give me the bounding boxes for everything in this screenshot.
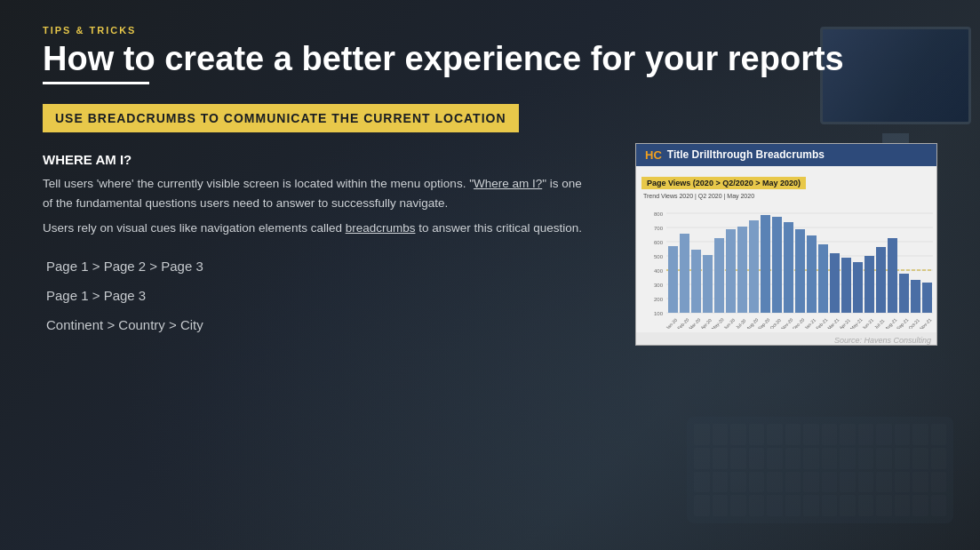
key — [840, 495, 856, 516]
chart-body: Page Views (2020 > Q2/2020 > May 2020) T… — [636, 166, 936, 332]
tips-label: TIPS & TRICKS — [43, 25, 937, 36]
key — [931, 448, 947, 469]
svg-text:700: 700 — [654, 226, 664, 231]
bar-22 — [911, 280, 920, 313]
key — [730, 495, 746, 516]
svg-text:100: 100 — [654, 311, 664, 316]
bar-11 — [784, 222, 793, 313]
key — [822, 495, 838, 516]
keyboard-body — [687, 417, 953, 523]
svg-text:Nov-21: Nov-21 — [919, 316, 933, 328]
chart-card-header: HC Title Drillthrough Breadcrumbs — [636, 144, 936, 166]
key — [749, 448, 765, 469]
key — [767, 424, 783, 445]
key — [749, 495, 765, 516]
bar-16 — [841, 258, 851, 313]
bar-18 — [864, 256, 874, 313]
breadcrumbs-link: breadcrumbs — [346, 221, 416, 235]
bar-20 — [888, 238, 897, 313]
breadcrumb-example-3: Continent > Country > City — [43, 317, 617, 332]
bar-6 — [726, 229, 736, 313]
where-am-i-heading: WHERE AM I? — [43, 152, 617, 167]
key — [730, 472, 746, 493]
key — [895, 448, 911, 469]
key — [713, 495, 729, 516]
bar-19 — [876, 247, 886, 313]
key — [713, 448, 729, 469]
svg-text:500: 500 — [654, 254, 664, 259]
bar-2 — [680, 234, 689, 313]
chart-card: HC Title Drillthrough Breadcrumbs Page V… — [635, 143, 937, 346]
chart-brand-icon: HC — [645, 148, 662, 162]
key — [931, 424, 947, 445]
bar-7 — [737, 227, 747, 313]
page-content: TIPS & TRICKS How to create a better exp… — [0, 0, 980, 364]
key — [822, 472, 838, 493]
bar-8 — [749, 220, 759, 313]
key — [767, 472, 783, 493]
chart-title: Title Drillthrough Breadcrumbs — [667, 148, 825, 161]
key — [767, 448, 783, 469]
bar-1 — [668, 246, 678, 313]
key — [931, 472, 947, 493]
svg-text:Jun-21: Jun-21 — [861, 317, 874, 329]
svg-text:400: 400 — [654, 268, 664, 274]
bar-chart-svg: 800 700 600 500 400 300 200 100 — [641, 204, 933, 329]
bar-10 — [772, 217, 782, 313]
key — [895, 495, 911, 516]
key — [803, 448, 819, 469]
key — [803, 424, 819, 445]
bar-5 — [714, 238, 724, 313]
key — [713, 472, 729, 493]
key — [785, 472, 801, 493]
key — [912, 448, 928, 469]
key — [822, 424, 838, 445]
key — [858, 472, 874, 493]
key — [694, 495, 710, 516]
key — [876, 472, 892, 493]
svg-text:800: 800 — [654, 211, 664, 217]
key — [912, 495, 928, 516]
key — [749, 424, 765, 445]
svg-text:Jun-20: Jun-20 — [722, 317, 736, 329]
bar-13 — [807, 235, 817, 313]
key — [822, 448, 838, 469]
bar-12 — [795, 229, 805, 313]
key — [876, 448, 892, 469]
key — [931, 495, 947, 516]
left-content: WHERE AM I? Tell users 'where' the curre… — [43, 152, 635, 347]
section-banner: USE BREADCRUMBS TO COMMUNICATE THE CURRE… — [43, 104, 519, 132]
key — [858, 448, 874, 469]
bar-4 — [703, 255, 713, 313]
key — [895, 424, 911, 445]
bar-15 — [830, 253, 840, 313]
svg-text:600: 600 — [654, 240, 664, 245]
main-title: How to create a better experience for yo… — [43, 41, 937, 78]
key — [876, 495, 892, 516]
key — [803, 472, 819, 493]
key — [730, 424, 746, 445]
key — [785, 495, 801, 516]
title-underline — [43, 82, 149, 84]
key — [876, 424, 892, 445]
key — [730, 448, 746, 469]
key — [803, 495, 819, 516]
bar-14 — [818, 244, 828, 313]
breadcrumb-examples: Page 1 > Page 2 > Page 3 Page 1 > Page 3… — [43, 259, 617, 332]
chart-sub-header: Page Views (2020 > Q2/2020 > May 2020) — [641, 177, 806, 189]
key — [858, 424, 874, 445]
bar-9 — [761, 215, 770, 313]
paragraph-2: Users rely on visual cues like navigatio… — [43, 219, 594, 238]
key — [895, 472, 911, 493]
paragraph-1: Tell users 'where' the currently visible… — [43, 174, 594, 214]
key — [785, 448, 801, 469]
bar-17 — [853, 262, 863, 313]
chart-source: Source: Havens Consulting — [636, 332, 936, 345]
bar-3 — [691, 250, 701, 313]
where-am-i-link: Where am I? — [474, 177, 542, 190]
bar-23 — [922, 283, 932, 313]
bar-21 — [899, 274, 909, 313]
main-body: WHERE AM I? Tell users 'where' the curre… — [43, 152, 937, 347]
key — [912, 472, 928, 493]
key — [912, 424, 928, 445]
